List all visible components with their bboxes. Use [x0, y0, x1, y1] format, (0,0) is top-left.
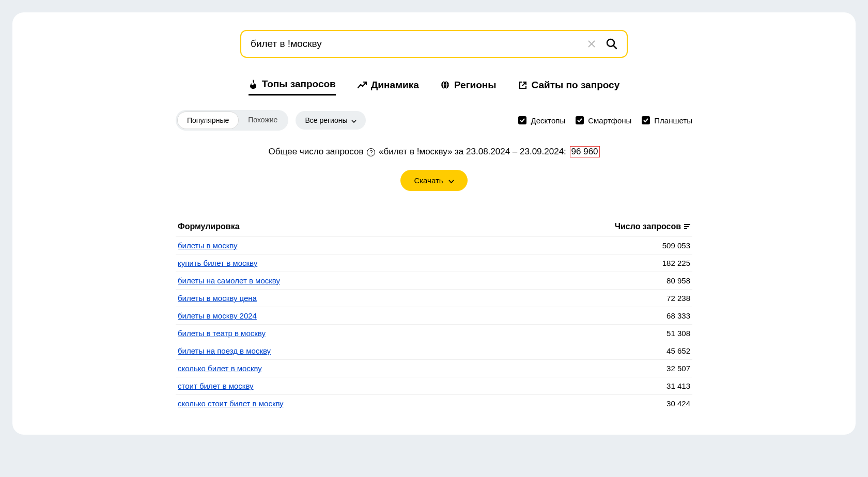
query-link[interactable]: стоит билет в москву — [178, 381, 254, 390]
query-count: 182 225 — [662, 259, 690, 267]
query-count: 68 333 — [667, 311, 690, 320]
query-link[interactable]: билеты в москву цена — [178, 294, 257, 303]
svg-line-7 — [522, 82, 526, 86]
help-icon[interactable]: ? — [367, 148, 375, 156]
query-count: 30 424 — [667, 399, 690, 408]
query-link[interactable]: сколько стоит билет в москву — [178, 399, 284, 408]
fire-icon — [249, 80, 258, 89]
query-count: 509 053 — [662, 241, 690, 250]
query-link[interactable]: билеты в москву — [178, 241, 237, 250]
check-label: Десктопы — [531, 116, 565, 125]
table-row: билеты в москву цена72 238 — [176, 289, 692, 307]
total-query: «билет в !москву» — [379, 147, 452, 156]
external-link-icon — [518, 81, 528, 90]
check-label: Смартфоны — [588, 116, 631, 125]
checkmark-icon — [576, 116, 584, 124]
filters-row: Популярные Похожие Все регионы Десктопы — [176, 110, 692, 131]
chevron-down-icon — [351, 116, 357, 124]
th-formulation: Формулировка — [178, 222, 240, 231]
search-box — [240, 30, 628, 58]
query-count: 31 413 — [667, 381, 690, 390]
total-count-highlight: 96 960 — [570, 146, 600, 157]
trend-icon — [358, 81, 367, 90]
region-dropdown-label: Все регионы — [305, 116, 347, 124]
query-count: 51 308 — [667, 329, 690, 338]
table-row: билеты на самолет в москву80 958 — [176, 272, 692, 289]
query-link[interactable]: сколько билет в москву — [178, 364, 262, 373]
query-count: 72 238 — [667, 294, 690, 303]
table-row: билеты на поезд в москву45 652 — [176, 342, 692, 359]
sort-icon — [684, 222, 690, 231]
nav-tab-regions[interactable]: Регионы — [441, 78, 497, 96]
query-link[interactable]: билеты на поезд в москву — [178, 346, 271, 355]
table-row: билеты в театр в москву51 308 — [176, 324, 692, 342]
search-icon[interactable] — [605, 37, 618, 51]
th-count[interactable]: Число запросов — [615, 222, 690, 231]
globe-icon — [441, 81, 450, 90]
check-desktop[interactable]: Десктопы — [518, 116, 565, 125]
query-link[interactable]: купить билет в москву — [178, 259, 257, 267]
check-smartphones[interactable]: Смартфоны — [576, 116, 631, 125]
th-count-label: Число запросов — [615, 222, 681, 231]
main-nav: Топы запросов Динамика Регионы Сайты по … — [176, 78, 692, 96]
query-count: 45 652 — [667, 346, 690, 355]
nav-tab-dynamics[interactable]: Динамика — [358, 78, 419, 96]
nav-label: Динамика — [371, 80, 419, 91]
nav-tab-tops[interactable]: Топы запросов — [249, 78, 336, 96]
checkmark-icon — [642, 116, 650, 124]
query-count: 80 958 — [667, 276, 690, 285]
query-link[interactable]: билеты в москву 2024 — [178, 311, 257, 320]
table-row: сколько стоит билет в москву30 424 — [176, 394, 692, 412]
check-label: Планшеты — [654, 116, 692, 125]
chevron-down-icon — [448, 176, 454, 185]
clear-icon[interactable] — [585, 38, 598, 50]
query-count: 32 507 — [667, 364, 690, 373]
search-input[interactable] — [251, 38, 585, 50]
nav-label: Топы запросов — [262, 78, 336, 90]
checkmark-icon — [518, 116, 526, 124]
total-prefix: Общее число запросов — [268, 147, 363, 156]
total-period: за 23.08.2024 – 23.09.2024: — [455, 147, 566, 156]
check-tablets[interactable]: Планшеты — [642, 116, 692, 125]
query-link[interactable]: билеты в театр в москву — [178, 329, 266, 338]
region-dropdown[interactable]: Все регионы — [296, 111, 366, 130]
table-row: купить билет в москву182 225 — [176, 254, 692, 272]
download-button-label: Скачать — [414, 176, 443, 185]
segment-similar[interactable]: Похожие — [239, 112, 287, 129]
table-row: сколько билет в москву32 507 — [176, 359, 692, 377]
nav-tab-sites[interactable]: Сайты по запросу — [518, 78, 620, 96]
download-button[interactable]: Скачать — [400, 170, 467, 191]
results-table: Формулировка Число запросов билеты в мос… — [176, 222, 692, 412]
nav-label: Сайты по запросу — [532, 80, 620, 91]
total-queries-line: Общее число запросов ? «билет в !москву»… — [176, 146, 692, 157]
segment-popular[interactable]: Популярные — [177, 112, 239, 129]
query-link[interactable]: билеты на самолет в москву — [178, 276, 280, 285]
segmented-type: Популярные Похожие — [176, 110, 288, 131]
nav-label: Регионы — [454, 80, 497, 91]
table-row: стоит билет в москву31 413 — [176, 377, 692, 394]
table-row: билеты в москву509 053 — [176, 236, 692, 254]
table-row: билеты в москву 202468 333 — [176, 307, 692, 324]
svg-line-3 — [614, 46, 617, 49]
